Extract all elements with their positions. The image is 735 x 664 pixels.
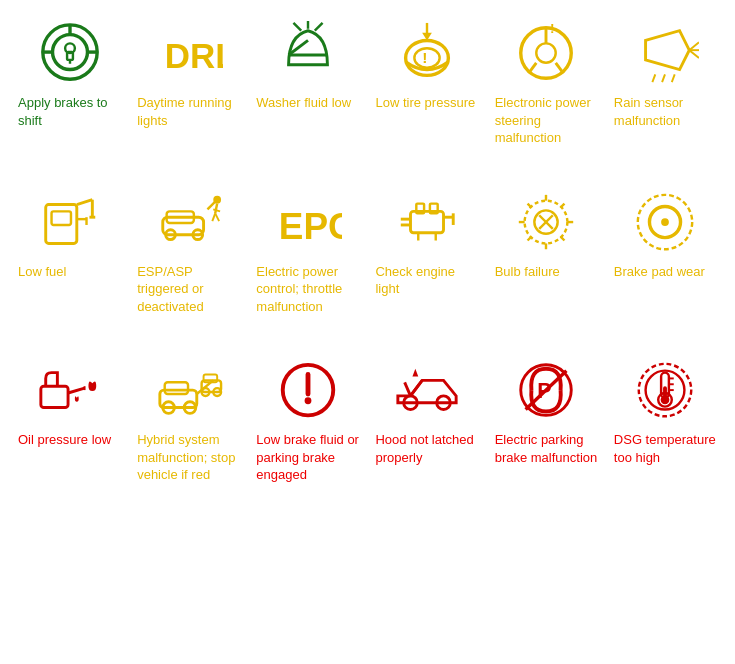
cell-bulb-failure: Bulb failure [487, 179, 606, 328]
cell-low-fuel: Low fuel [10, 179, 129, 328]
eps-icon: ! [512, 21, 580, 84]
dsg-temp-icon [631, 359, 699, 422]
label-check-engine: Check engine light [373, 263, 480, 298]
low-brake-icon [274, 359, 342, 422]
label-bulb-failure: Bulb failure [493, 263, 560, 281]
svg-point-87 [305, 397, 312, 404]
cell-hood: Hood not latched properly [367, 347, 486, 496]
svg-point-101 [661, 395, 670, 404]
label-epb: Electric parking brake malfunction [493, 431, 600, 466]
hybrid-icon [155, 359, 223, 422]
svg-point-43 [213, 196, 221, 204]
svg-point-72 [662, 218, 670, 226]
label-brake-pad: Brake pad wear [612, 263, 705, 281]
icon-area-eps: ! [493, 18, 600, 88]
svg-line-28 [653, 75, 656, 83]
svg-text:EPC: EPC [279, 206, 342, 247]
apply-brakes-icon [36, 21, 104, 84]
label-hybrid: Hybrid system malfunction; stop vehicle … [135, 431, 242, 484]
svg-line-22 [529, 63, 537, 74]
icon-area-esp [135, 187, 242, 257]
icon-area-oil-pressure [16, 355, 123, 425]
low-fuel-icon [36, 190, 104, 253]
icon-area-low-fuel [16, 187, 123, 257]
svg-text:!: ! [550, 21, 555, 36]
cell-rain-sensor: Rain sensor malfunction [606, 10, 725, 159]
epc-icon: EPC [274, 190, 342, 253]
hood-icon [393, 359, 461, 422]
icon-area-dsg-temp [612, 355, 719, 425]
check-engine-icon [393, 190, 461, 253]
svg-point-20 [537, 44, 556, 63]
washer-fluid-icon [274, 21, 342, 84]
label-low-brake: Low brake fluid or parking brake engaged [254, 431, 361, 484]
cell-low-tire: ! Low tire pressure [367, 10, 486, 159]
label-drl: Daytime running lights [135, 94, 242, 129]
svg-line-44 [215, 204, 217, 214]
brake-pad-icon [631, 190, 699, 253]
svg-line-25 [690, 43, 700, 51]
label-dsg-temp: DSG temperature too high [612, 431, 719, 466]
icon-area-low-tire: ! [373, 18, 480, 88]
svg-line-9 [293, 23, 301, 31]
icon-area-washer-fluid [254, 18, 361, 88]
esp-icon [155, 190, 223, 253]
cell-epb: P Electric parking brake malfunction [487, 347, 606, 496]
cell-check-engine: Check engine light [367, 179, 486, 328]
svg-text:!: ! [422, 49, 427, 66]
svg-line-67 [528, 237, 532, 241]
label-low-tire: Low tire pressure [373, 94, 475, 112]
svg-rect-77 [164, 382, 187, 394]
label-oil-pressure: Oil pressure low [16, 431, 111, 449]
label-eps: Electronic power steering malfunction [493, 94, 600, 147]
svg-rect-38 [163, 217, 204, 234]
svg-line-65 [561, 237, 565, 241]
svg-text:DRL: DRL [164, 36, 222, 75]
bulb-failure-icon [512, 190, 580, 253]
svg-line-30 [672, 75, 675, 83]
label-apply-brakes: Apply brakes to shift [16, 94, 123, 129]
row-divider-2 [10, 327, 725, 347]
cell-epc: EPC Electric power control; throttle mal… [248, 179, 367, 328]
svg-line-29 [662, 75, 665, 83]
drl-icon: DRL [155, 21, 223, 84]
oil-pressure-icon [36, 359, 104, 422]
cell-eps: ! Electronic power steering malfunction [487, 10, 606, 159]
icon-area-apply-brakes [16, 18, 123, 88]
svg-line-23 [556, 63, 564, 74]
svg-rect-49 [411, 211, 444, 232]
cell-brake-pad: Brake pad wear [606, 179, 725, 328]
svg-line-47 [215, 213, 219, 221]
svg-line-90 [411, 380, 423, 396]
svg-line-42 [207, 202, 215, 210]
warning-lights-grid: Apply brakes to shift DRL Daytime runnin… [10, 10, 725, 496]
cell-hybrid: Hybrid system malfunction; stop vehicle … [129, 347, 248, 496]
svg-rect-6 [67, 53, 73, 61]
icon-area-low-brake [254, 355, 361, 425]
icon-area-hood [373, 355, 480, 425]
cell-oil-pressure: Oil pressure low [10, 347, 129, 496]
icon-area-check-engine [373, 187, 480, 257]
cell-washer-fluid: Washer fluid low [248, 10, 367, 159]
label-washer-fluid: Washer fluid low [254, 94, 351, 112]
svg-line-33 [76, 200, 92, 205]
icon-area-epc: EPC [254, 187, 361, 257]
label-hood: Hood not latched properly [373, 431, 480, 466]
svg-rect-32 [51, 211, 70, 225]
epb-icon: P [512, 359, 580, 422]
icon-area-rain-sensor [612, 18, 719, 88]
svg-marker-92 [412, 368, 418, 376]
cell-drl: DRL Daytime running lights [129, 10, 248, 159]
icon-area-drl: DRL [135, 18, 242, 88]
svg-rect-73 [40, 386, 67, 407]
icon-area-bulb-failure [493, 187, 600, 257]
label-epc: Electric power control; throttle malfunc… [254, 263, 361, 316]
cell-low-brake: Low brake fluid or parking brake engaged [248, 347, 367, 496]
cell-apply-brakes: Apply brakes to shift [10, 10, 129, 159]
icon-area-epb: P [493, 355, 600, 425]
icon-area-hybrid [135, 355, 242, 425]
label-rain-sensor: Rain sensor malfunction [612, 94, 719, 129]
svg-line-11 [315, 23, 323, 31]
row-divider-1 [10, 159, 725, 179]
rain-sensor-icon [631, 21, 699, 84]
